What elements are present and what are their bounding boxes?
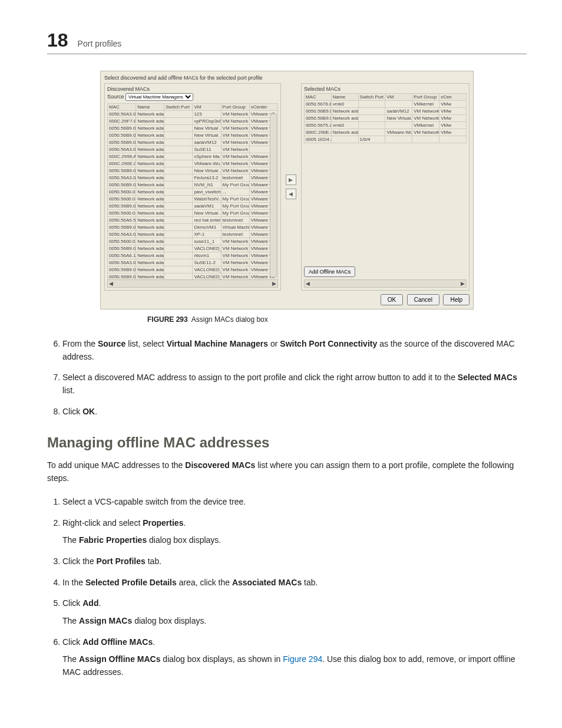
ok-button[interactable]: OK [381, 294, 403, 305]
table-row[interactable]: 0050.5600.0...Network ada...WalshTestV..… [108, 196, 278, 203]
discovered-table[interactable]: MACNameSwitch PortVMPort GroupvCenter 00… [107, 103, 278, 288]
page-header: 18 Port profiles [47, 29, 527, 54]
table-row[interactable]: 000C.290E.0...Network ada...VMware-Wo...… [108, 160, 278, 167]
table-row[interactable]: 0050.56A6.1...Network ada...ntsvm1VM Net… [108, 252, 278, 259]
procedure-steps-a: From the Source list, select Virtual Mac… [47, 338, 527, 418]
table-row[interactable]: 0050.56B9.000ANetwork adapter 1New Virtu… [304, 115, 466, 122]
table-row[interactable]: 0005.1ED4.4EBA1/0/4 [304, 136, 466, 143]
table-row[interactable]: 0050.56A3.0...Network ada...XP-1testvmne… [108, 231, 278, 238]
horizontal-scrollbar[interactable]: ◀▶ [304, 279, 467, 288]
move-right-button[interactable]: ▶ [286, 174, 296, 185]
table-row[interactable]: 0050.56B9.002FNetwork adapter 1sadaVM12V… [304, 108, 466, 115]
step: Select a discovered MAC address to assig… [62, 371, 527, 397]
help-button[interactable]: Help [443, 294, 470, 305]
figure-caption: FIGURE 293 Assign MACs dialog box [47, 315, 527, 324]
table-row[interactable]: 0050.56B9.0...Network ada...New Virtual … [108, 125, 278, 132]
table-row[interactable]: 0050.5675.2F66vmk0VMkernelVMw [304, 122, 466, 129]
step: Right-click and select Properties.The Fa… [62, 517, 527, 547]
table-row[interactable]: 0050.56B9.0...Network ada...New Virtual … [108, 167, 278, 174]
step: Click Add.The Assign MACs dialog box dis… [62, 597, 527, 627]
procedure-steps-b: Select a VCS-capable switch from the dev… [47, 496, 527, 679]
source-label: Source [107, 94, 124, 100]
horizontal-scrollbar[interactable]: ◀▶ [107, 279, 278, 288]
table-row[interactable]: 0050.56A3.0...Network ada...Fedora13-2te… [108, 174, 278, 182]
step: Select a VCS-capable switch from the dev… [62, 496, 527, 509]
step: Click OK. [62, 406, 527, 419]
table-row[interactable]: 0050.5600.0...Network ada...suse11_1VM N… [108, 238, 278, 245]
table-row[interactable]: 0050.56B9.0...Network ada...New Virtual … [108, 132, 278, 139]
section-heading: Managing offline MAC addresses [47, 434, 527, 451]
add-offline-macs-button[interactable]: Add Offline MACs [304, 266, 355, 277]
table-row[interactable]: 0050.56A3.0...Network ada...SuSE11VM Net… [108, 146, 278, 153]
move-left-button[interactable]: ◀ [286, 189, 296, 199]
table-row[interactable]: 0050.56A3.0...Network ada...SuSE11-2VM N… [108, 259, 278, 266]
discovered-title: Discovered MACs [107, 86, 278, 92]
vertical-scrollbar[interactable] [270, 114, 277, 277]
table-row[interactable]: 0050.56A3.0...Network ada...123VM Networ… [108, 111, 278, 118]
table-row[interactable]: 0050.56B9.0...Network ada...VACLONED_...… [108, 245, 278, 252]
table-row[interactable]: 0050.5600.0...Network ada...pavi_vswitch… [108, 189, 278, 196]
selected-macs-panel: Selected MACs MACNameSwitch PortVMPort G… [301, 83, 470, 291]
table-row[interactable]: 000C.29F7.8...Network ada...vpPROsp3x86V… [108, 118, 278, 125]
source-select[interactable]: Virtual Machine Managers [125, 93, 193, 101]
selected-title: Selected MACs [304, 86, 467, 92]
step: Click the Port Profiles tab. [62, 555, 527, 568]
cancel-button[interactable]: Cancel [407, 294, 439, 305]
step: Click Add Offline MACs.The Assign Offlin… [62, 636, 527, 679]
discovered-macs-panel: Discovered MACs Source Virtual Machine M… [104, 83, 281, 291]
figure-link[interactable]: Figure 294 [283, 654, 322, 664]
chapter-number: 18 [47, 29, 68, 51]
table-row[interactable]: 0050.56B9.0...Network ada...NVM_N1My Por… [108, 182, 278, 189]
selected-table[interactable]: MACNameSwitch PortVMPort GroupvCen 0050.… [304, 93, 467, 143]
dialog-instruction: Select discovered and add offline MACs f… [104, 75, 470, 81]
section-lead: To add unique MAC addresses to the Disco… [47, 459, 527, 485]
table-row[interactable]: 0050.56B9.0...Network ada...VACLONED_...… [108, 266, 278, 274]
table-row[interactable]: 000C.290E.0116Network adapter 1VMware-Wo… [304, 129, 466, 136]
step: In the Selected Profile Details area, cl… [62, 577, 527, 589]
table-row[interactable]: 0050.56A6.5...Network ada...red hat ente… [108, 217, 278, 224]
table-row[interactable]: 0050.5678.B840vmk0VMkernelVMw [304, 101, 466, 108]
table-row[interactable]: 0050.5600.0...Network ada...New Virtual … [108, 210, 278, 217]
assign-macs-dialog: Select discovered and add offline MACs f… [100, 71, 474, 309]
table-row[interactable]: 0050.56B9.0...Network ada...DemoVM1Virtu… [108, 224, 278, 231]
mover-buttons: ▶ ◀ [285, 83, 297, 291]
chapter-title: Port profiles [78, 39, 122, 48]
step: From the Source list, select Virtual Mac… [62, 338, 527, 363]
table-row[interactable]: 000C.2998.A...Network ada...vSphere Ma..… [108, 153, 278, 160]
table-row[interactable]: 0050.56B9.0...Network ada...sadaVM1My Po… [108, 203, 278, 210]
table-row[interactable]: 0050.56B9.0...Network ada...sadaVM12VM N… [108, 139, 278, 146]
